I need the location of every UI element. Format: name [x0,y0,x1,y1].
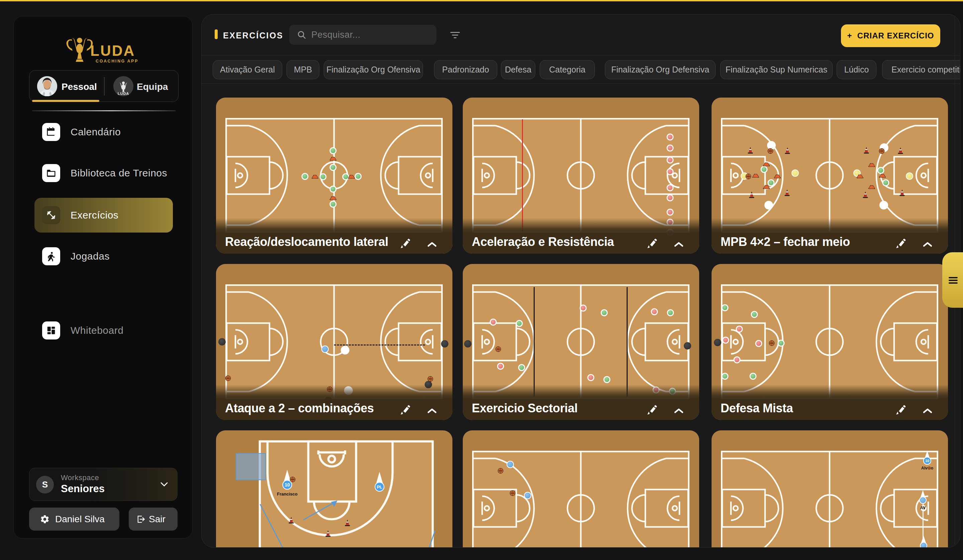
svg-text:LUDA: LUDA [90,42,135,59]
svg-text:COACHING APP: COACHING APP [96,59,138,63]
svg-text:LUDA: LUDA [118,92,130,95]
